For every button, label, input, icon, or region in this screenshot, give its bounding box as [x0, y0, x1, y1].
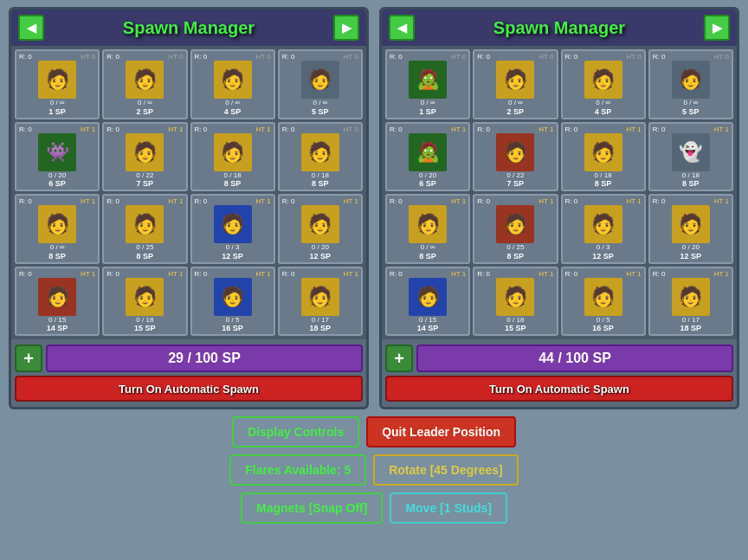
cell-count: 0 / 15	[419, 316, 436, 325]
char-icon: 🧑	[584, 205, 622, 243]
cell-count: 0 / 18	[224, 171, 242, 180]
move-button[interactable]: Move [1 Studs]	[390, 492, 507, 524]
panel-left-add-button[interactable]: +	[15, 344, 42, 372]
char-icon: 🧑	[496, 133, 534, 171]
char-icon: 🧑	[584, 278, 622, 316]
spawn-cell[interactable]: R: 0 HT 1 🧑 0 / 18 15 SP	[102, 267, 187, 337]
char-icon: 🧟	[409, 133, 447, 171]
controls-row-2: Flares Available: 5 Rotate [45 Degrees]	[9, 454, 739, 486]
cell-ht-label: HT 1	[627, 126, 642, 133]
spawn-cell[interactable]: R: 0 HT 1 🧑 0 / 18 15 SP	[473, 267, 558, 337]
display-controls-button[interactable]: Display Controls	[232, 416, 359, 447]
cell-count: 0 / ∞	[50, 99, 65, 107]
cell-r-label: R: 0	[106, 126, 119, 133]
cell-sp: 7 SP	[507, 179, 525, 188]
cell-r-label: R: 0	[106, 53, 119, 61]
spawn-cell[interactable]: R: 0 HT 1 🧑 0 / 18 8 SP	[190, 122, 275, 192]
cell-r-label: R: 0	[390, 197, 403, 205]
cell-sp: 12 SP	[680, 252, 702, 261]
cell-count: 0 / 20	[48, 171, 66, 180]
spawn-cell[interactable]: R: 0 HT 1 🧑 0 / 20 12 SP	[278, 194, 363, 264]
spawn-cell[interactable]: R: 0 HT 0 🧑 0 / ∞ 2 SP	[473, 49, 558, 119]
spawn-cell[interactable]: R: 0 HT 0 🧑 0 / ∞ 5 SP	[278, 49, 363, 119]
spawn-cell[interactable]: R: 0 HT 1 🧑 0 / 15 14 SP	[385, 267, 470, 337]
char-icon: 🧑	[214, 61, 252, 99]
cell-ht-label: HT 1	[168, 270, 183, 278]
rotate-button[interactable]: Rotate [45 Degrees]	[373, 454, 519, 486]
cell-count: 0 / 20	[312, 243, 329, 252]
cell-header: R: 0 HT 1	[18, 270, 96, 278]
cell-r-label: R: 0	[195, 197, 208, 205]
panel-right-next-button[interactable]: ▶	[704, 15, 730, 41]
spawn-cell[interactable]: R: 0 HT 1 🧑 0 / 18 8 SP	[561, 122, 646, 192]
spawn-cell[interactable]: R: 0 HT 1 🧑 0 / 25 8 SP	[473, 194, 558, 264]
magnets-button[interactable]: Magnets [Snap Off]	[241, 492, 383, 524]
spawn-cell[interactable]: R: 0 HT 1 👻 0 / 18 8 SP	[648, 122, 733, 192]
quit-leader-button[interactable]: Quit Leader Position	[366, 416, 516, 447]
spawn-cell[interactable]: R: 0 HT 1 🧑 0 / 5 16 SP	[190, 267, 275, 337]
panel-right-prev-button[interactable]: ◀	[389, 15, 415, 41]
spawn-cell[interactable]: R: 0 HT 1 🧑 0 / 25 8 SP	[102, 194, 187, 264]
panel-left-auto-spawn-button[interactable]: Turn On Automatic Spawn	[15, 376, 363, 402]
cell-r-label: R: 0	[477, 126, 490, 133]
panel-right-auto-spawn-button[interactable]: Turn On Automatic Spawn	[385, 376, 733, 402]
spawn-cell[interactable]: R: 0 HT 0 🧑 0 / ∞ 2 SP	[102, 49, 187, 119]
spawn-cell[interactable]: R: 0 HT 1 🧑 0 / 5 16 SP	[561, 267, 646, 337]
cell-ht-label: HT 1	[81, 197, 95, 205]
cell-header: R: 0 HT 0	[281, 126, 359, 133]
spawn-cell[interactable]: R: 0 HT 1 🧟 0 / 20 6 SP	[385, 122, 470, 192]
cell-ht-label: HT 0	[81, 53, 95, 61]
spawn-cell[interactable]: R: 0 HT 1 🧑 0 / 22 7 SP	[473, 122, 558, 192]
controls-row-3: Magnets [Snap Off] Move [1 Studs]	[9, 492, 739, 524]
cell-header: R: 0 HT 1	[106, 197, 184, 205]
spawn-cell[interactable]: R: 0 HT 0 🧑 0 / ∞ 4 SP	[190, 49, 275, 119]
cell-sp: 8 SP	[137, 252, 154, 261]
cell-header: R: 0 HT 0	[18, 53, 96, 61]
spawn-cell[interactable]: R: 0 HT 1 🧑 0 / 15 14 SP	[15, 267, 100, 337]
spawn-cell[interactable]: R: 0 HT 0 🧑 0 / ∞ 5 SP	[648, 49, 733, 119]
char-icon: 🧑	[584, 133, 622, 171]
flares-button[interactable]: Flares Available: 5	[229, 454, 366, 486]
cell-ht-label: HT 0	[627, 53, 642, 61]
spawn-cell[interactable]: R: 0 HT 1 🧑 0 / ∞ 8 SP	[15, 194, 100, 264]
panel-right-add-button[interactable]: +	[385, 344, 413, 372]
spawn-cell[interactable]: R: 0 HT 1 🧑 0 / 3 12 SP	[190, 194, 275, 264]
spawn-cell[interactable]: R: 0 HT 0 🧑 0 / ∞ 1 SP	[15, 49, 100, 119]
cell-sp: 7 SP	[137, 179, 154, 188]
cell-sp: 8 SP	[48, 252, 66, 261]
cell-ht-label: HT 1	[714, 197, 729, 205]
cell-sp: 14 SP	[47, 324, 68, 332]
cell-count: 0 / 18	[312, 171, 329, 180]
cell-sp: 8 SP	[224, 179, 242, 188]
spawn-cell[interactable]: R: 0 HT 1 🧑 0 / 20 12 SP	[648, 194, 733, 264]
char-icon: 🧑	[496, 205, 534, 243]
char-icon: 🧑	[301, 133, 339, 171]
cell-r-label: R: 0	[477, 53, 490, 61]
spawn-cell[interactable]: R: 0 HT 1 🧑 0 / 17 18 SP	[278, 267, 363, 337]
spawn-cell[interactable]: R: 0 HT 1 🧑 0 / 17 18 SP	[648, 267, 733, 337]
cell-count: 0 / 20	[419, 171, 436, 180]
cell-sp: 6 SP	[419, 179, 436, 188]
cell-ht-label: HT 1	[714, 126, 729, 133]
panel-left-next-button[interactable]: ▶	[333, 15, 359, 41]
cell-r-label: R: 0	[653, 126, 666, 133]
cell-header: R: 0 HT 1	[106, 270, 184, 278]
char-icon: 🧑	[214, 133, 252, 171]
spawn-cell[interactable]: R: 0 HT 1 👾 0 / 20 6 SP	[15, 122, 100, 192]
cell-count: 0 / ∞	[313, 99, 327, 107]
spawn-cell[interactable]: R: 0 HT 1 🧑 0 / 22 7 SP	[102, 122, 187, 192]
cell-count: 0 / ∞	[138, 99, 152, 107]
spawn-cell[interactable]: R: 0 HT 1 🧑 0 / 3 12 SP	[561, 194, 646, 264]
spawn-cell[interactable]: R: 0 HT 1 🧑 0 / ∞ 8 SP	[385, 194, 470, 264]
cell-ht-label: HT 1	[256, 126, 271, 133]
panel-left-prev-button[interactable]: ◀	[18, 15, 44, 41]
cell-r-label: R: 0	[477, 197, 490, 205]
bottom-controls: Display Controls Quit Leader Position Fl…	[0, 409, 748, 531]
char-icon: 🧑	[496, 278, 534, 316]
spawn-cell[interactable]: R: 0 HT 0 🧑 0 / ∞ 4 SP	[561, 49, 646, 119]
cell-header: R: 0 HT 0	[281, 53, 359, 61]
cell-ht-label: HT 1	[627, 197, 642, 205]
spawn-cell[interactable]: R: 0 HT 0 🧑 0 / 18 8 SP	[278, 122, 363, 192]
spawn-cell[interactable]: R: 0 HT 0 🧟 0 / ∞ 1 SP	[385, 49, 470, 119]
cell-sp: 2 SP	[137, 107, 154, 116]
